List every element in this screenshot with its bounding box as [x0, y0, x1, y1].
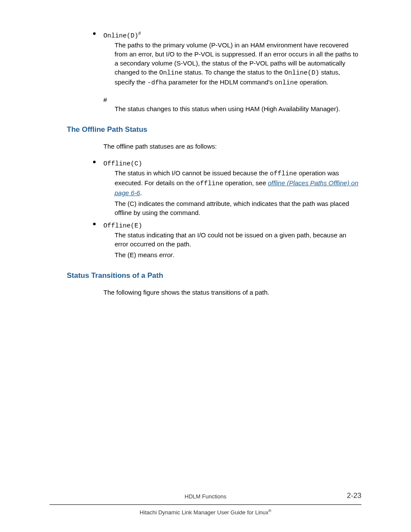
text: status. To change the status to the	[182, 68, 284, 76]
bullet-icon	[93, 223, 96, 225]
page-content: Online(D)# The paths to the primary volu…	[67, 30, 361, 297]
offline-c-paragraph-1: The status in which I/O cannot be issued…	[103, 168, 361, 197]
hash-symbol: #	[103, 96, 107, 103]
bullet-online-d: Online(D)# The paths to the primary volu…	[103, 30, 361, 87]
offline-e-label: Offline(E)	[103, 222, 142, 230]
text: .	[173, 251, 174, 258]
text: parameter for the HDLM command's	[167, 78, 274, 86]
code-offline-2: offline	[196, 180, 223, 187]
text: The (E) means	[115, 251, 159, 258]
hash-paragraph: The status changes to this status when u…	[103, 104, 361, 113]
offline-e-paragraph-1: The status indicating that an I/O could …	[103, 230, 361, 249]
status-transitions-heading: Status Transitions of a Path	[67, 271, 361, 281]
footer-section-name: HDLM Functions	[50, 493, 361, 501]
footer-row-1: HDLM Functions 2-23	[50, 493, 361, 505]
code-online: Online	[159, 69, 182, 77]
bullet-offline-e: Offline(E) The status indicating that an…	[103, 221, 361, 259]
footer-title: Hitachi Dynamic Link Manager User Guide …	[140, 510, 268, 516]
code-dfha: -dfha	[147, 79, 167, 87]
code-online-op: online	[274, 79, 298, 87]
offline-e-paragraph-2: The (E) means error.	[103, 250, 361, 259]
offline-c-paragraph-2: The (C) indicates the command attribute,…	[103, 199, 361, 217]
page-footer: HDLM Functions 2-23 Hitachi Dynamic Link…	[50, 493, 361, 517]
footer-page-number: 2-23	[347, 491, 361, 501]
footer-row-2: Hitachi Dynamic Link Manager User Guide …	[50, 505, 361, 517]
text: operation, see	[223, 179, 268, 187]
offline-path-status-heading: The Offline Path Status	[67, 124, 361, 135]
bullet-icon	[93, 32, 96, 35]
superscript-hash: #	[138, 31, 141, 36]
text: operation.	[298, 78, 328, 86]
hash-note: # The status changes to this status when…	[103, 95, 361, 113]
online-d-label: Online(D)	[103, 32, 138, 40]
registered-symbol: ®	[268, 509, 271, 513]
code-offline: offline	[270, 170, 297, 177]
bullet-offline-c: Offline(C) The status in which I/O canno…	[103, 159, 361, 217]
text: The status in which I/O cannot be issued…	[115, 169, 270, 177]
italic-error: error	[159, 251, 173, 258]
offline-c-label: Offline(C)	[103, 160, 142, 168]
bullet-icon	[93, 161, 96, 163]
code-online-d: Online(D)	[284, 69, 319, 77]
offline-intro: The offline path statuses are as follows…	[103, 142, 361, 151]
transitions-intro: The following figure shows the status tr…	[103, 288, 361, 297]
online-d-paragraph: The paths to the primary volume (P-VOL) …	[103, 40, 361, 87]
text: .	[140, 189, 142, 196]
